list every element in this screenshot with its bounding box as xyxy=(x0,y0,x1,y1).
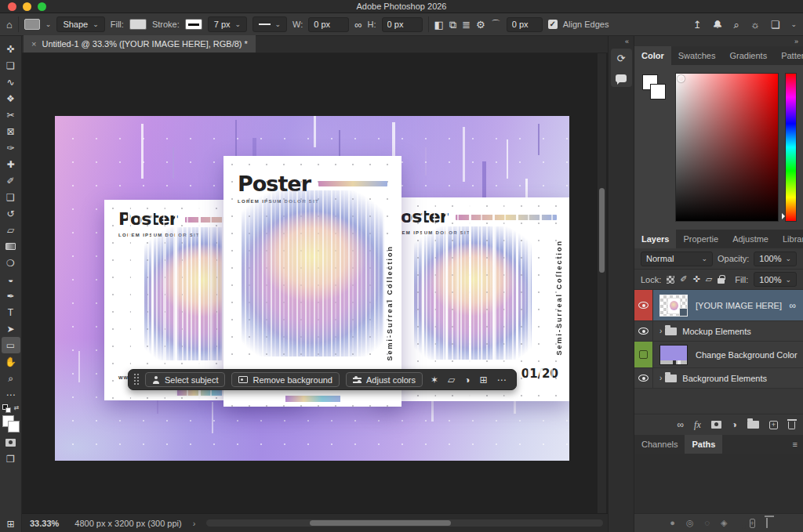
tab-gradients[interactable]: Gradients xyxy=(722,46,774,65)
blur-tool[interactable]: ❍ xyxy=(2,255,20,271)
shape-height-field[interactable] xyxy=(382,17,423,32)
generative-fill-icon[interactable]: ✶ xyxy=(429,375,440,385)
visibility-off-icon[interactable] xyxy=(639,350,648,359)
crop-tool[interactable]: ✂ xyxy=(2,107,20,123)
status-options-chevron-icon[interactable]: › xyxy=(193,519,196,528)
visibility-eye-icon[interactable] xyxy=(638,328,649,335)
adjust-colors-button[interactable]: Adjust colors xyxy=(346,372,423,387)
path-arrangement-icon[interactable]: ≣ xyxy=(462,20,471,30)
eyedropper-tool[interactable]: ✑ xyxy=(2,139,20,156)
layer-row-background-elements[interactable]: › Background Elements xyxy=(634,368,803,389)
vertical-scrollbar[interactable] xyxy=(598,53,606,513)
opacity-field[interactable]: 100% ⌄ xyxy=(754,252,797,266)
zoom-tool[interactable]: ⌕ xyxy=(2,370,20,386)
make-work-path-icon[interactable]: ◈ xyxy=(721,519,727,527)
layer-row-mockup-elements[interactable]: › Mockup Elements xyxy=(634,321,803,342)
screen-mode-button[interactable]: ❐ xyxy=(2,451,20,467)
layer-row-change-background-color[interactable]: Change Background Color xyxy=(634,342,803,368)
lock-artboard-icon[interactable]: ▱ xyxy=(706,274,712,284)
discover-lightbulb-icon[interactable]: ☼ xyxy=(750,20,760,30)
document-tab[interactable]: × Untitled-1 @ 33.3% ([YOUR IMAGE HERE],… xyxy=(24,35,256,52)
hue-slider[interactable] xyxy=(785,73,797,222)
fill-field[interactable]: 100% ⌄ xyxy=(754,272,797,287)
new-path-icon[interactable]: + xyxy=(750,519,755,527)
delete-path-icon[interactable] xyxy=(766,519,768,527)
tab-libraries[interactable]: Libraries xyxy=(776,230,803,248)
background-color-swatch[interactable] xyxy=(650,84,666,100)
shape-width-field[interactable] xyxy=(308,17,349,32)
frame-tool[interactable]: ⊠ xyxy=(2,123,20,139)
add-layer-mask-icon[interactable] xyxy=(711,421,721,429)
path-selection-tool[interactable]: ➤ xyxy=(2,320,20,337)
tool-preset-chevron-icon[interactable]: ⌄ xyxy=(45,20,52,28)
pen-tool[interactable]: ✒ xyxy=(2,288,20,304)
dodge-tool[interactable]: ◒ xyxy=(2,271,20,288)
layer-name[interactable]: Mockup Elements xyxy=(682,327,750,336)
rectangle-tool[interactable]: ▭ xyxy=(2,337,20,353)
layer-color-label-green[interactable] xyxy=(634,342,653,367)
chevron-down-icon[interactable]: ⌄ xyxy=(790,20,797,28)
fill-layer-thumbnail[interactable] xyxy=(659,345,688,365)
clone-stamp-tool[interactable]: ❑ xyxy=(2,189,20,205)
corner-radius-field[interactable] xyxy=(507,17,543,32)
workspace-switcher-icon[interactable]: ❏ xyxy=(771,20,780,30)
lock-transparency-icon[interactable] xyxy=(667,276,674,284)
tab-adjustments[interactable]: Adjustme xyxy=(725,230,776,248)
notifications-bell-icon[interactable]: 🔔︎ xyxy=(713,20,723,30)
horizontal-scrollbar-thumb[interactable] xyxy=(310,520,451,526)
object-selection-tool[interactable]: ❖ xyxy=(2,90,20,107)
path-alignment-icon[interactable]: ⧉ xyxy=(449,20,456,30)
layer-name[interactable]: Change Background Color xyxy=(696,350,798,360)
transform-icon[interactable]: ▱ xyxy=(446,375,456,385)
swap-colors-icon[interactable]: ⇄ xyxy=(14,404,20,411)
saturation-brightness-picker[interactable] xyxy=(675,73,779,222)
close-tab-icon[interactable]: × xyxy=(31,39,36,49)
eraser-tool[interactable]: ▱ xyxy=(2,222,20,238)
add-image-icon[interactable]: ⊞ xyxy=(478,375,489,385)
more-options-icon[interactable]: ⋯ xyxy=(496,375,508,385)
lock-all-icon[interactable] xyxy=(718,278,725,284)
tab-layers[interactable]: Layers xyxy=(634,230,676,248)
comments-panel-icon[interactable] xyxy=(616,74,627,82)
type-tool[interactable]: T xyxy=(2,304,20,320)
visibility-eye-icon[interactable] xyxy=(638,375,649,382)
load-path-selection-icon[interactable]: ◌ xyxy=(704,519,710,527)
canvas-pasteboard[interactable]: Poster LOREM IPSUM DOLOR SIT WWW.EXAMPLE… xyxy=(22,53,608,513)
zoom-level-field[interactable]: 33.33% xyxy=(25,519,64,528)
stroke-swatch[interactable] xyxy=(185,19,202,30)
link-layers-icon[interactable]: ∞ xyxy=(678,420,685,429)
gradient-tool[interactable] xyxy=(2,238,20,255)
new-adjustment-layer-icon[interactable]: ◑ xyxy=(732,420,737,429)
shape-settings-gear-icon[interactable]: ⚙ xyxy=(476,20,485,30)
history-brush-tool[interactable]: ↺ xyxy=(2,205,20,222)
search-icon[interactable]: ⌕ xyxy=(734,20,739,30)
tab-properties[interactable]: Propertie xyxy=(676,230,725,248)
group-expand-chevron-icon[interactable]: › xyxy=(659,374,662,382)
stroke-width-dropdown[interactable]: 7 px ⌄ xyxy=(208,16,247,32)
canvas-artwork[interactable]: Poster LOREM IPSUM DOLOR SIT WWW.EXAMPLE… xyxy=(55,116,569,461)
panel-menu-icon[interactable]: ≡ xyxy=(793,435,803,454)
delete-layer-icon[interactable] xyxy=(788,422,795,429)
tab-swatches[interactable]: Swatches xyxy=(671,46,723,65)
tab-paths[interactable]: Paths xyxy=(685,435,722,454)
layer-thumbnail[interactable] xyxy=(659,295,688,317)
remove-background-button[interactable]: Remove background xyxy=(231,372,340,387)
marquee-tool[interactable]: ❏ xyxy=(2,57,20,74)
lasso-tool[interactable]: ∿ xyxy=(2,74,20,90)
layer-name[interactable]: [YOUR IMAGE HERE] xyxy=(696,301,782,310)
path-operations-icon[interactable]: ◧ xyxy=(434,20,444,30)
home-icon[interactable]: ⌂ xyxy=(6,20,13,30)
version-history-panel-icon[interactable]: ⟳ xyxy=(617,53,626,63)
stroke-style-dropdown[interactable]: ⌄ xyxy=(253,16,287,32)
healing-brush-tool[interactable]: ✚ xyxy=(2,156,20,172)
group-expand-chevron-icon[interactable]: › xyxy=(659,327,662,335)
move-tool[interactable]: ✜ xyxy=(2,41,20,57)
import-image-button[interactable]: ⊞ xyxy=(2,516,20,532)
tab-color[interactable]: Color xyxy=(634,46,671,65)
adjustment-contrast-icon[interactable]: ◑ xyxy=(463,375,471,385)
fill-path-icon[interactable]: ● xyxy=(670,519,675,527)
blend-mode-dropdown[interactable]: Normal ⌄ xyxy=(641,252,713,266)
layer-name[interactable]: Background Elements xyxy=(682,374,767,383)
expand-panels-icon[interactable]: « xyxy=(625,36,634,45)
share-icon[interactable]: ↥ xyxy=(693,20,702,30)
